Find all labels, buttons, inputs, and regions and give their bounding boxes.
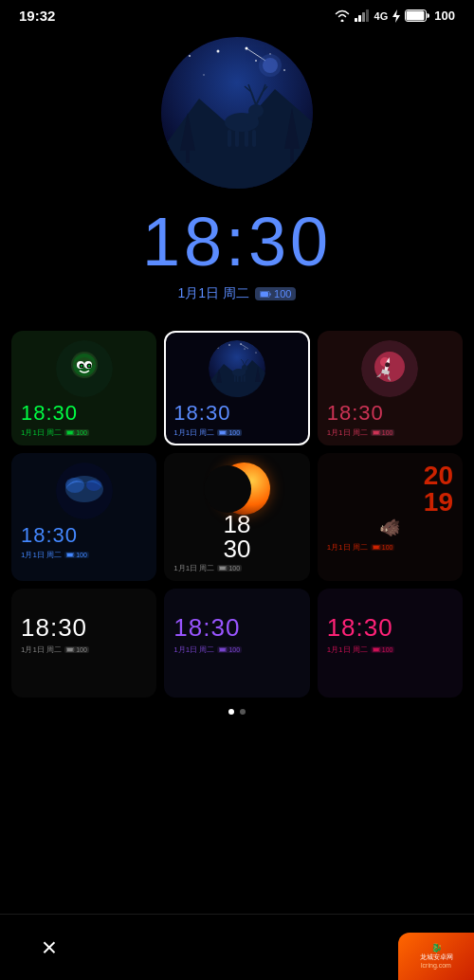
- bolt-icon: [392, 9, 400, 23]
- main-battery-badge: 100: [255, 287, 296, 300]
- svg-rect-91: [220, 648, 226, 651]
- svg-rect-62: [244, 375, 246, 382]
- svg-point-52: [255, 353, 256, 354]
- svg-rect-5: [407, 11, 425, 21]
- card-8-time: 18:30: [173, 613, 300, 643]
- svg-point-72: [374, 352, 405, 382]
- watermark: 🐉 龙城安卓网 lcring.com: [398, 933, 474, 980]
- status-right: 4G 100: [335, 9, 455, 23]
- card-6-date: 1月1日 周二 100: [327, 542, 453, 553]
- bottom-bar: × 🐉 龙城安卓网 lcring.com: [0, 914, 474, 980]
- svg-rect-32: [186, 149, 190, 163]
- card-9-date: 1月1日 周二 100: [327, 644, 453, 655]
- watch-card-5[interactable]: 18 30 1月1日 周二 100: [164, 453, 309, 581]
- pagination-dot-2[interactable]: [240, 709, 246, 715]
- svg-rect-22: [235, 130, 239, 147]
- card-1-date: 1月1日 周二 100: [21, 427, 147, 438]
- svg-point-8: [217, 50, 220, 53]
- svg-point-45: [88, 365, 90, 367]
- watch-card-3[interactable]: 18:30 1月1日 周二 100: [318, 331, 463, 445]
- card-4-time: 18:30: [21, 523, 147, 548]
- svg-rect-0: [355, 18, 357, 22]
- svg-rect-59: [234, 375, 236, 382]
- svg-rect-93: [374, 648, 379, 651]
- watch-card-8[interactable]: 18:30 1月1日 周二 100: [164, 589, 309, 698]
- svg-rect-36: [261, 292, 268, 297]
- status-time: 19:32: [19, 8, 55, 24]
- card-4-date: 1月1日 周二 100: [21, 550, 147, 560]
- svg-rect-89: [67, 648, 73, 651]
- card-1-time: 18:30: [21, 401, 147, 426]
- svg-rect-34: [290, 147, 294, 163]
- svg-rect-3: [366, 9, 369, 22]
- main-battery-text: 100: [274, 288, 291, 299]
- svg-rect-87: [374, 546, 379, 549]
- svg-point-16: [263, 58, 278, 73]
- main-date-text: 1月1日 周二: [178, 285, 249, 302]
- battery-percent: 100: [434, 9, 455, 23]
- card-7-time: 18:30: [21, 613, 147, 643]
- watch-card-7[interactable]: 18:30 1月1日 周二 100: [11, 589, 156, 698]
- svg-rect-58: [241, 369, 246, 373]
- svg-rect-85: [220, 567, 226, 570]
- svg-point-51: [244, 349, 245, 350]
- card-2-thumb: [209, 340, 265, 397]
- wifi-icon: [335, 9, 350, 22]
- svg-point-9: [255, 60, 257, 62]
- watermark-name: 龙城安卓网: [420, 953, 453, 961]
- svg-rect-47: [67, 431, 73, 434]
- card-5-date: 1月1日 周二 100: [173, 563, 300, 573]
- card-5-time: 18 30: [173, 512, 300, 561]
- svg-rect-24: [252, 130, 256, 147]
- card-3-time: 18:30: [327, 401, 453, 426]
- pagination: [0, 709, 474, 715]
- main-watch-face: [161, 37, 313, 189]
- svg-rect-83: [67, 554, 73, 556]
- status-bar: 19:32 4G 100: [0, 0, 474, 27]
- card-2-date: 1月1日 周二 100: [173, 427, 300, 438]
- card-6-zodiac: 🐗: [327, 517, 453, 538]
- svg-rect-61: [241, 375, 243, 382]
- svg-rect-1: [358, 15, 361, 22]
- watermark-dragon: 🐉: [431, 943, 442, 954]
- main-time: 18:30: [142, 208, 332, 276]
- battery-icon: [405, 9, 429, 22]
- svg-point-50: [228, 344, 229, 345]
- watch-card-1[interactable]: 18:30 1月1日 周二 100: [11, 331, 156, 445]
- card-7-date: 1月1日 周二 100: [21, 644, 147, 655]
- card-1-thumb: [56, 340, 113, 397]
- watermark-url: lcring.com: [421, 962, 451, 970]
- watch-card-2[interactable]: 18:30 1月1日 周二 100: [164, 331, 309, 445]
- pagination-dot-1[interactable]: [228, 709, 234, 715]
- watch-card-9[interactable]: 18:30 1月1日 周二 100: [318, 589, 463, 698]
- svg-rect-77: [374, 431, 379, 434]
- svg-point-10: [283, 69, 285, 71]
- card-3-date: 1月1日 周二 100: [327, 427, 453, 438]
- svg-rect-23: [245, 130, 248, 147]
- card-9-time: 18:30: [327, 613, 453, 643]
- card-5-eclipse: [204, 463, 270, 515]
- watch-face-grid: 18:30 1月1日 周二 100: [11, 331, 463, 698]
- signal-icon: [355, 9, 370, 22]
- watch-card-6[interactable]: 2019 🐗 1月1日 周二 100: [318, 453, 463, 581]
- signal-4g: 4G: [374, 10, 389, 22]
- card-8-date: 1月1日 周二 100: [173, 644, 300, 655]
- card-3-thumb: [361, 340, 418, 397]
- svg-point-49: [217, 348, 218, 349]
- svg-rect-2: [362, 12, 365, 22]
- close-button[interactable]: ×: [28, 927, 70, 969]
- svg-point-44: [81, 365, 82, 367]
- svg-rect-60: [237, 375, 239, 382]
- watch-card-4[interactable]: 18:30 1月1日 周二 100: [11, 453, 156, 581]
- svg-rect-20: [246, 113, 258, 126]
- card-4-thumb: [56, 463, 113, 519]
- svg-rect-70: [220, 431, 226, 434]
- card-6-year: 2019: [327, 463, 453, 516]
- svg-point-7: [189, 55, 191, 57]
- svg-point-11: [203, 74, 205, 76]
- watch-face-grid-section: 18:30 1月1日 周二 100: [0, 331, 474, 698]
- main-date: 1月1日 周二 100: [178, 285, 297, 302]
- svg-rect-21: [228, 130, 231, 147]
- card-2-time: 18:30: [173, 401, 300, 426]
- svg-point-14: [246, 47, 248, 50]
